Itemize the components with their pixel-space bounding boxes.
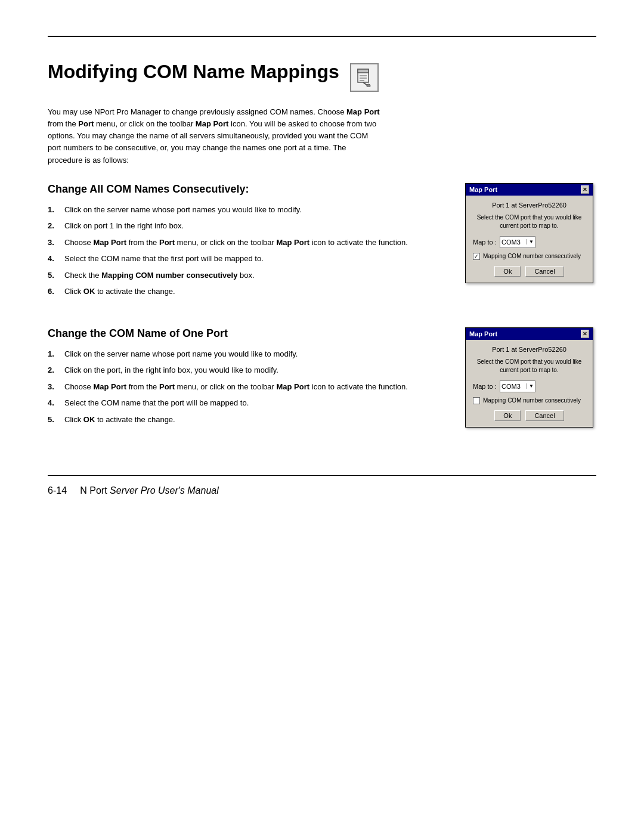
list-item: 5. Check the Mapping COM number consecut…	[48, 270, 447, 281]
title-icon	[350, 63, 379, 92]
svg-point-6	[367, 84, 370, 87]
bottom-rule	[48, 475, 596, 476]
list-item: 3. Choose Map Port from the Port menu, o…	[48, 381, 447, 393]
dialog2: Map Port ✕ Port 1 at ServerPro52260 Sele…	[465, 327, 593, 428]
dialog1-port-label: Port 1 at ServerPro52260	[473, 202, 586, 209]
page-title: Modifying COM Name Mappings	[48, 61, 339, 83]
dialog1-body: Port 1 at ServerPro52260 Select the COM …	[466, 196, 593, 283]
dialog1-com-value: COM3	[501, 239, 521, 246]
footer-title-normal: N Port	[80, 485, 110, 496]
dialog1-checkbox-row: Mapping COM number consecutively	[473, 253, 586, 260]
intro-paragraph: You may use NPort Pro Manager to change …	[48, 106, 382, 166]
dialog1-com-select[interactable]: COM3 ▼	[500, 236, 535, 248]
section1-title: Change All COM Names Consecutively:	[48, 183, 447, 196]
section1-steps: 1. Click on the server name whose port n…	[48, 204, 447, 298]
dropdown-arrow-icon: ▼	[527, 383, 534, 389]
section2-left: Change the COM Name of One Port 1. Click…	[48, 327, 465, 439]
dropdown-arrow-icon: ▼	[527, 239, 534, 244]
dialog2-mapto-label: Map to :	[473, 383, 500, 390]
dialog2-titlebar: Map Port ✕	[466, 328, 593, 340]
dialog2-com-value: COM3	[501, 383, 521, 390]
dialog2-body: Port 1 at ServerPro52260 Select the COM …	[466, 340, 593, 427]
section2-title: Change the COM Name of One Port	[48, 327, 447, 340]
section2-container: Change the COM Name of One Port 1. Click…	[48, 327, 596, 439]
section1-left: Change All COM Names Consecutively: 1. C…	[48, 183, 465, 309]
dialog2-ok-button[interactable]: Ok	[494, 410, 521, 421]
dialog1-ok-button[interactable]: Ok	[494, 266, 521, 277]
list-item: 2. Click on port 1 in the right info box…	[48, 220, 447, 232]
footer: 6-14 N Port Server Pro User's Manual	[48, 485, 596, 496]
list-item: 1. Click on the server name whose port n…	[48, 204, 447, 216]
dialog2-port-label: Port 1 at ServerPro52260	[473, 346, 586, 353]
list-item: 4. Select the COM name that the first po…	[48, 253, 447, 265]
section1-right: Map Port ✕ Port 1 at ServerPro52260 Sele…	[465, 183, 596, 309]
section1-container: Change All COM Names Consecutively: 1. C…	[48, 183, 596, 309]
footer-title-italic: Server Pro User's Manual	[110, 485, 219, 496]
document-icon	[355, 68, 374, 87]
dialog2-checkbox-label: Mapping COM number consecutively	[483, 397, 581, 404]
dialog1-checkbox-label: Mapping COM number consecutively	[483, 253, 581, 259]
footer-page-num: 6-14	[48, 485, 67, 496]
dialog1-close-button[interactable]: ✕	[581, 185, 589, 194]
list-item: 4. Select the COM name that the port wil…	[48, 397, 447, 409]
list-item: 3. Choose Map Port from the Port menu, o…	[48, 237, 447, 249]
dialog2-checkbox-row: Mapping COM number consecutively	[473, 397, 586, 404]
dialog1-description: Select the COM port that you would like …	[473, 213, 586, 230]
dialog1-checkbox[interactable]	[473, 253, 480, 260]
svg-rect-1	[358, 69, 369, 73]
dialog2-close-button[interactable]: ✕	[581, 330, 589, 338]
page-container: Modifying COM Name Mappings You may use …	[0, 0, 644, 833]
dialog1-mapto-row: Map to : COM3 ▼	[473, 236, 586, 248]
dialog1-cancel-button[interactable]: Cancel	[525, 266, 564, 277]
list-item: 1. Click on the server name whose port n…	[48, 348, 447, 360]
dialog2-checkbox[interactable]	[473, 397, 480, 404]
dialog1-buttons: Ok Cancel	[473, 266, 586, 277]
dialog1: Map Port ✕ Port 1 at ServerPro52260 Sele…	[465, 183, 593, 283]
list-item: 2. Click on the port, in the right info …	[48, 364, 447, 376]
dialog2-mapto-row: Map to : COM3 ▼	[473, 380, 586, 392]
section2-right: Map Port ✕ Port 1 at ServerPro52260 Sele…	[465, 327, 596, 439]
dialog2-title: Map Port	[469, 330, 497, 337]
list-item: 5. Click OK to activate the change.	[48, 414, 447, 426]
dialog1-mapto-label: Map to :	[473, 239, 500, 246]
page-header: Modifying COM Name Mappings	[48, 61, 596, 92]
dialog1-titlebar: Map Port ✕	[466, 184, 593, 196]
list-item: 6. Click OK to activate the change.	[48, 286, 447, 298]
dialog1-title: Map Port	[469, 186, 497, 193]
dialog2-com-select[interactable]: COM3 ▼	[500, 380, 535, 392]
dialog2-buttons: Ok Cancel	[473, 410, 586, 421]
dialog2-cancel-button[interactable]: Cancel	[525, 410, 564, 421]
section2-steps: 1. Click on the server name whose port n…	[48, 348, 447, 426]
top-rule	[48, 36, 596, 37]
dialog2-description: Select the COM port that you would like …	[473, 358, 586, 374]
